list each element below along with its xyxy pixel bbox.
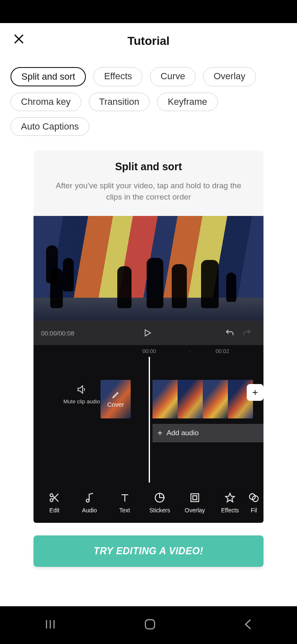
close-icon — [13, 33, 25, 45]
cover-label: Cover — [107, 401, 124, 408]
tool-stickers[interactable]: Stickers — [142, 492, 177, 514]
add-clip-button[interactable]: + — [247, 384, 263, 401]
add-audio-label: Add audio — [167, 429, 199, 437]
tool-filters[interactable]: Fil — [248, 492, 260, 514]
svg-rect-8 — [145, 620, 155, 629]
undo-button[interactable] — [221, 328, 238, 338]
page-title: Tutorial — [127, 34, 170, 48]
chip-transition[interactable]: Transition — [89, 93, 150, 111]
tutorial-card: Split and sort After you've split your v… — [34, 151, 263, 523]
timeline-body: Mute clip audio Cover + + Add audio — [34, 357, 263, 483]
add-audio-button[interactable]: + Add audio — [152, 424, 263, 442]
tutorial-chips: Split and sort Effects Curve Overlay Chr… — [0, 59, 297, 140]
tool-audio[interactable]: Audio — [72, 492, 107, 514]
home-icon — [144, 618, 156, 631]
timeline-ruler[interactable]: 00:00 · 00:02 · — [34, 345, 263, 357]
card-title: Split and sort — [42, 161, 255, 173]
svg-rect-5 — [193, 496, 197, 500]
clip-thumb[interactable] — [203, 380, 228, 418]
clip-thumb[interactable] — [178, 380, 203, 418]
redo-icon — [242, 328, 253, 338]
mute-clip-button[interactable]: Mute clip audio — [59, 384, 105, 405]
ruler-tick: 00:00 — [142, 348, 164, 354]
chip-curve[interactable]: Curve — [150, 67, 196, 86]
redo-button[interactable] — [238, 328, 256, 338]
system-nav-bar — [0, 606, 297, 644]
ruler-dot: · — [189, 348, 191, 354]
editor-toolbar: Edit Audio Text Stickers Overlay Effects… — [34, 483, 263, 523]
music-note-icon — [84, 492, 96, 504]
scissors-icon — [49, 492, 60, 504]
tool-text[interactable]: Text — [107, 492, 142, 514]
svg-rect-4 — [191, 494, 199, 502]
status-bar — [0, 0, 297, 23]
time-display: 00:00/00:08 — [41, 330, 74, 337]
play-icon — [143, 328, 152, 338]
timeline: 00:00 · 00:02 · Mute clip audio Cover — [34, 345, 263, 483]
filter-icon — [248, 492, 260, 504]
ruler-tick: 00:02 — [216, 348, 237, 354]
player-controls: 00:00/00:08 — [34, 321, 263, 345]
recents-icon — [43, 618, 57, 630]
close-button[interactable] — [10, 31, 27, 47]
tool-edit[interactable]: Edit — [37, 492, 72, 514]
sticker-icon — [154, 492, 165, 504]
playhead[interactable] — [149, 357, 150, 483]
chip-chroma-key[interactable]: Chroma key — [10, 93, 81, 111]
speaker-icon — [75, 384, 88, 395]
chip-keyframe[interactable]: Keyframe — [157, 93, 217, 111]
text-icon — [119, 492, 131, 504]
try-editing-button[interactable]: TRY EDITING A VIDEO! — [34, 535, 263, 567]
overlay-icon — [189, 492, 201, 504]
svg-point-2 — [86, 499, 89, 502]
header: Tutorial — [0, 23, 297, 59]
play-button[interactable] — [74, 328, 221, 338]
undo-icon — [224, 328, 235, 338]
tool-effects[interactable]: Effects — [212, 492, 248, 514]
card-header: Split and sort After you've split your v… — [34, 151, 263, 216]
cta-container: TRY EDITING A VIDEO! — [34, 535, 263, 567]
ruler-dot: · — [262, 348, 263, 354]
plus-icon: + — [158, 428, 163, 438]
tool-overlay[interactable]: Overlay — [177, 492, 212, 514]
video-preview[interactable] — [34, 216, 263, 321]
chip-overlay[interactable]: Overlay — [203, 67, 256, 86]
back-icon — [243, 618, 254, 631]
chip-effects[interactable]: Effects — [93, 67, 142, 86]
plus-icon: + — [252, 387, 258, 398]
mute-label: Mute clip audio — [59, 399, 105, 405]
card-description: After you've split your video, tap and h… — [42, 180, 255, 203]
cover-button[interactable]: Cover — [101, 380, 131, 418]
clip-thumb[interactable] — [152, 380, 178, 418]
star-icon — [224, 492, 236, 504]
chip-split-and-sort[interactable]: Split and sort — [10, 67, 86, 86]
chip-auto-captions[interactable]: Auto Captions — [10, 117, 89, 136]
back-button[interactable] — [243, 618, 254, 632]
pencil-icon — [111, 391, 120, 399]
recent-apps-button[interactable] — [43, 618, 57, 632]
home-button[interactable] — [144, 618, 156, 632]
